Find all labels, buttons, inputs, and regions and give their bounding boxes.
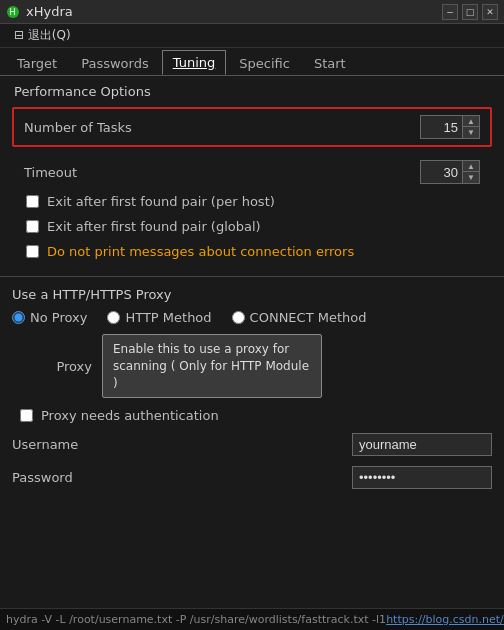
proxy-tooltip: Enable this to use a proxy for scanning … [102,334,322,398]
proxy-input-row: Proxy Enable this to use a proxy for sca… [0,329,504,403]
no-proxy-label: No Proxy [30,310,87,325]
main-content: Performance Options Number of Tasks ▲ ▼ … [0,76,504,272]
exit-per-host-row: Exit after first found pair (per host) [12,189,492,214]
tab-tuning[interactable]: Tuning [162,50,227,75]
proxy-section-label: Use a HTTP/HTTPS Proxy [0,281,504,306]
username-input[interactable] [352,433,492,456]
section-divider [0,276,504,277]
timeout-label: Timeout [24,165,77,180]
title-bar: H xHydra − □ ✕ [0,0,504,24]
window-title: xHydra [26,4,73,19]
connect-method-radio[interactable] [232,311,245,324]
exit-global-row: Exit after first found pair (global) [12,214,492,239]
tasks-highlight-box: Number of Tasks ▲ ▼ [12,107,492,147]
tab-bar: Target Passwords Tuning Specific Start [0,48,504,76]
http-method-option[interactable]: HTTP Method [107,310,211,325]
exit-global-label: Exit after first found pair (global) [47,219,261,234]
tasks-up-button[interactable]: ▲ [463,116,479,127]
password-label: Password [12,470,73,485]
username-label: Username [12,437,78,452]
tab-target[interactable]: Target [6,51,68,75]
proxy-section: Use a HTTP/HTTPS Proxy No Proxy HTTP Met… [0,281,504,494]
tab-passwords[interactable]: Passwords [70,51,160,75]
app-icon: H [6,5,20,19]
proxy-auth-checkbox[interactable] [20,409,33,422]
http-method-radio[interactable] [107,311,120,324]
timeout-up-button[interactable]: ▲ [463,161,479,172]
timeout-row: Timeout ▲ ▼ [12,155,492,189]
svg-text:H: H [10,8,16,17]
no-connection-errors-row: Do not print messages about connection e… [12,239,492,264]
minimize-button[interactable]: − [442,4,458,20]
tab-start[interactable]: Start [303,51,357,75]
status-bar: hydra -V -L /root/username.txt -P /usr/s… [0,608,504,630]
connect-method-option[interactable]: CONNECT Method [232,310,367,325]
connect-method-label: CONNECT Method [250,310,367,325]
tasks-spinbox[interactable]: ▲ ▼ [420,115,480,139]
password-row: Password [0,461,504,494]
tasks-input[interactable] [421,118,462,137]
command-text: hydra -V -L /root/username.txt -P /usr/s… [6,613,386,626]
performance-section-label: Performance Options [14,84,492,99]
password-input[interactable] [352,466,492,489]
exit-per-host-checkbox[interactable] [26,195,39,208]
no-connection-errors-label: Do not print messages about connection e… [47,244,354,259]
exit-per-host-label: Exit after first found pair (per host) [47,194,275,209]
exit-menu-item[interactable]: ⊟ 退出(Q) [8,25,77,46]
menu-bar: ⊟ 退出(Q) [0,24,504,48]
proxy-auth-label: Proxy needs authentication [41,408,219,423]
tasks-arrows: ▲ ▼ [462,116,479,138]
proxy-auth-row: Proxy needs authentication [0,403,504,428]
timeout-down-button[interactable]: ▼ [463,172,479,183]
timeout-spinbox[interactable]: ▲ ▼ [420,160,480,184]
exit-global-checkbox[interactable] [26,220,39,233]
close-button[interactable]: ✕ [482,4,498,20]
timeout-input[interactable] [421,163,462,182]
maximize-button[interactable]: □ [462,4,478,20]
title-bar-left: H xHydra [6,4,73,19]
title-bar-controls: − □ ✕ [442,4,498,20]
username-row: Username [0,428,504,461]
status-link[interactable]: https://blog.csdn.net/qq_34935231 [386,613,504,626]
tasks-label: Number of Tasks [24,120,132,135]
no-proxy-option[interactable]: No Proxy [12,310,87,325]
tab-specific[interactable]: Specific [228,51,301,75]
proxy-radio-group: No Proxy HTTP Method CONNECT Method [0,306,504,329]
proxy-label: Proxy [12,359,92,374]
no-proxy-radio[interactable] [12,311,25,324]
http-method-label: HTTP Method [125,310,211,325]
no-connection-errors-checkbox[interactable] [26,245,39,258]
tasks-down-button[interactable]: ▼ [463,127,479,138]
timeout-arrows: ▲ ▼ [462,161,479,183]
